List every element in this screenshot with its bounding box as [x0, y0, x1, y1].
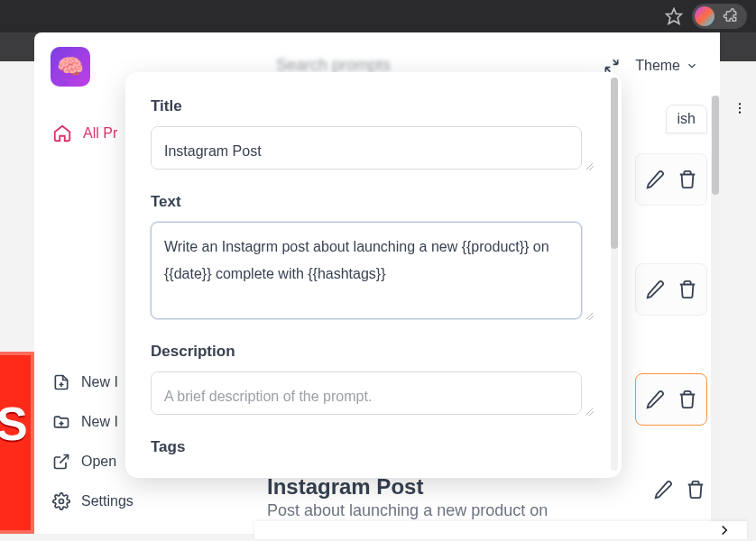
- external-link-icon: [52, 453, 70, 471]
- theme-select[interactable]: Theme: [635, 58, 698, 74]
- star-icon[interactable]: [663, 5, 685, 27]
- sidebar-item-label: Settings: [81, 493, 134, 509]
- language-chip[interactable]: ish: [666, 105, 707, 133]
- svg-marker-0: [667, 9, 682, 24]
- app-logo[interactable]: 🧠: [51, 47, 90, 87]
- home-icon: [52, 124, 72, 143]
- sidebar-item-settings[interactable]: Settings: [52, 481, 235, 521]
- sidebar-item-label: New I: [81, 374, 118, 390]
- trash-icon[interactable]: [678, 280, 697, 299]
- prompt-card-subtitle: Post about launching a new product on: [267, 501, 695, 520]
- edit-icon[interactable]: [645, 170, 665, 189]
- title-label: Title: [151, 97, 596, 115]
- trash-icon[interactable]: [686, 480, 705, 500]
- trash-icon[interactable]: [678, 170, 697, 189]
- more-vert-icon[interactable]: [733, 101, 747, 115]
- title-input[interactable]: [151, 126, 582, 170]
- browser-chrome-bar: [0, 0, 756, 32]
- gear-icon: [52, 492, 70, 510]
- card-actions-3: [635, 373, 707, 426]
- extension-pill[interactable]: [692, 4, 747, 29]
- svg-point-1: [739, 103, 741, 105]
- svg-point-4: [60, 500, 64, 504]
- prompt-card-instagram[interactable]: Instagram Post Post about launching a ne…: [254, 471, 707, 520]
- edit-icon[interactable]: [645, 280, 665, 299]
- sidebar-item-label: Open: [81, 454, 116, 470]
- prompt-card-title: Instagram Post: [267, 474, 695, 500]
- edit-icon[interactable]: [653, 480, 673, 500]
- svg-point-3: [739, 112, 741, 114]
- folder-plus-icon: [52, 413, 70, 431]
- trash-icon[interactable]: [678, 390, 697, 409]
- text-input[interactable]: [151, 222, 582, 319]
- right-rail: ish: [617, 105, 707, 426]
- video-thumbnail-left: S: [0, 352, 34, 534]
- card-actions-1: [635, 153, 707, 206]
- modal-scrollbar[interactable]: [611, 78, 618, 471]
- main-scrollbar[interactable]: [711, 96, 720, 521]
- theme-label: Theme: [635, 58, 680, 74]
- description-label: Description: [151, 343, 596, 361]
- chevron-down-icon: [686, 60, 698, 72]
- tags-label: Tags: [151, 438, 596, 456]
- sidebar-item-label: All Pr: [83, 125, 117, 142]
- card-actions-2: [635, 263, 707, 316]
- edit-prompt-modal: Title Text Description Tags: [125, 72, 622, 478]
- text-label: Text: [151, 193, 596, 211]
- chevron-right-icon[interactable]: [716, 522, 733, 538]
- sidebar-item-label: New I: [81, 414, 118, 430]
- puzzle-icon: [722, 8, 738, 24]
- edit-icon[interactable]: [645, 390, 665, 409]
- description-input[interactable]: [151, 371, 582, 415]
- extension-logo-icon: [695, 6, 715, 26]
- brain-icon: 🧠: [57, 54, 84, 79]
- file-plus-icon: [52, 373, 70, 391]
- bottom-pager: [254, 521, 747, 539]
- svg-point-2: [739, 107, 741, 109]
